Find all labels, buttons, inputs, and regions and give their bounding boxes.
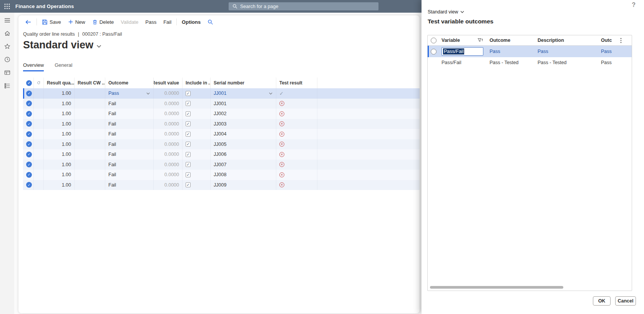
include-checkbox[interactable]: ✓ bbox=[183, 109, 211, 119]
result-cw-cell[interactable] bbox=[75, 170, 105, 180]
serial-number-cell[interactable]: JJ002 bbox=[211, 109, 276, 119]
row-select-checkbox[interactable]: ✓ bbox=[23, 160, 34, 170]
home-icon[interactable] bbox=[4, 30, 11, 37]
outcome-cell[interactable]: Fail bbox=[105, 170, 154, 180]
panel-select-radio[interactable] bbox=[428, 38, 438, 43]
tab-general[interactable]: General bbox=[55, 62, 72, 71]
include-checkbox[interactable]: ✓ bbox=[183, 149, 211, 160]
outcome-cell[interactable]: Fail bbox=[105, 99, 154, 109]
recent-clock-icon[interactable] bbox=[4, 56, 11, 63]
result-quantity-cell[interactable]: 1.00 bbox=[44, 160, 75, 170]
panel-variable-cell[interactable]: Pass/Fail bbox=[438, 60, 486, 65]
column-header-serial-number[interactable]: Serial number bbox=[211, 78, 276, 88]
workspaces-icon[interactable] bbox=[4, 69, 11, 76]
panel-description-cell[interactable]: Pass - Tested bbox=[534, 60, 598, 65]
include-checkbox[interactable]: ✓ bbox=[183, 99, 211, 109]
result-cw-cell[interactable] bbox=[75, 180, 105, 190]
result-quantity-cell[interactable]: 1.00 bbox=[44, 109, 75, 119]
include-checkbox[interactable]: ✓ bbox=[183, 119, 211, 129]
panel-row[interactable]: Pass/FailPass - TestedPass - TestedPass bbox=[428, 57, 632, 68]
grid-row[interactable]: ✓1.00Fail0.0000✓JJ003× bbox=[23, 119, 420, 129]
panel-column-description[interactable]: Description bbox=[534, 38, 598, 43]
grid-row[interactable]: ✓1.00Fail0.0000✓JJ009× bbox=[23, 180, 420, 190]
result-quantity-cell[interactable]: 1.00 bbox=[44, 180, 75, 190]
panel-variable-cell[interactable]: Pass/Fail bbox=[438, 47, 486, 56]
row-select-checkbox[interactable]: ✓ bbox=[23, 139, 34, 150]
panel-row[interactable]: Pass/FailPassPassPass bbox=[428, 46, 632, 57]
outcome-cell[interactable]: Pass bbox=[105, 88, 154, 99]
result-quantity-cell[interactable]: 1.00 bbox=[44, 99, 75, 109]
result-cw-cell[interactable] bbox=[75, 119, 105, 129]
grid-row[interactable]: ✓1.00Fail0.0000✓JJ006× bbox=[23, 149, 420, 160]
panel-outcome-cell[interactable]: Pass - Tested bbox=[486, 60, 534, 65]
refresh-icon[interactable] bbox=[34, 78, 44, 88]
save-button[interactable]: Save bbox=[38, 15, 65, 28]
panel-outcome-short-cell[interactable]: Pass bbox=[598, 49, 617, 54]
column-header-test-result[interactable]: Test result bbox=[276, 78, 317, 88]
result-quantity-cell[interactable]: 1.00 bbox=[44, 119, 75, 129]
grid-row[interactable]: ✓1.00Fail0.0000✓JJ005× bbox=[23, 139, 420, 150]
result-quantity-cell[interactable]: 1.00 bbox=[44, 139, 75, 150]
row-select-checkbox[interactable]: ✓ bbox=[23, 109, 34, 119]
favorites-star-icon[interactable] bbox=[4, 43, 11, 50]
panel-description-cell[interactable]: Pass bbox=[534, 49, 598, 54]
outcome-cell[interactable]: Fail bbox=[105, 180, 154, 190]
select-all-checkbox[interactable]: ✓ bbox=[23, 78, 34, 88]
grid-row[interactable]: ✓1.00Fail0.0000✓JJ004× bbox=[23, 129, 420, 139]
row-select-checkbox[interactable]: ✓ bbox=[23, 88, 34, 99]
row-select-checkbox[interactable]: ✓ bbox=[23, 170, 34, 180]
app-launcher-waffle-icon[interactable] bbox=[0, 0, 14, 13]
result-quantity-cell[interactable]: 1.00 bbox=[44, 170, 75, 180]
serial-number-cell[interactable]: JJ003 bbox=[211, 119, 276, 129]
tab-overview[interactable]: Overview bbox=[23, 62, 44, 71]
grid-row[interactable]: ✓1.00Fail0.0000✓JJ007× bbox=[23, 160, 420, 170]
global-search-input[interactable]: Search for a page bbox=[229, 2, 378, 10]
result-cw-cell[interactable] bbox=[75, 99, 105, 109]
row-select-checkbox[interactable]: ✓ bbox=[23, 129, 34, 139]
result-quantity-cell[interactable]: 1.00 bbox=[44, 149, 75, 160]
fail-button[interactable]: Fail bbox=[160, 15, 175, 28]
row-select-checkbox[interactable]: ✓ bbox=[23, 149, 34, 160]
panel-column-outcome[interactable]: Outcome bbox=[486, 38, 534, 43]
options-button[interactable]: Options bbox=[178, 15, 204, 28]
serial-number-cell[interactable]: JJ005 bbox=[211, 139, 276, 150]
ok-button[interactable]: OK bbox=[593, 296, 611, 306]
result-cw-cell[interactable] bbox=[75, 139, 105, 150]
row-select-checkbox[interactable]: ✓ bbox=[23, 180, 34, 190]
column-header-outcome[interactable]: Outcome bbox=[105, 78, 154, 88]
serial-number-cell[interactable]: JJ001 bbox=[211, 88, 276, 99]
grid-row[interactable]: ✓1.00Fail0.0000✓JJ001× bbox=[23, 99, 420, 109]
serial-number-cell[interactable]: JJ007 bbox=[211, 160, 276, 170]
grid-row[interactable]: ✓1.00Pass0.0000✓JJ001✓ bbox=[23, 88, 420, 99]
page-title[interactable]: Standard view bbox=[23, 39, 102, 51]
serial-number-cell[interactable]: JJ008 bbox=[211, 170, 276, 180]
include-checkbox[interactable]: ✓ bbox=[183, 129, 211, 139]
row-select-checkbox[interactable]: ✓ bbox=[23, 99, 34, 109]
menu-icon[interactable] bbox=[4, 17, 11, 24]
include-checkbox[interactable]: ✓ bbox=[183, 180, 211, 190]
include-checkbox[interactable]: ✓ bbox=[183, 170, 211, 180]
result-cw-cell[interactable] bbox=[75, 109, 105, 119]
breadcrumb-page[interactable]: Quality order line results bbox=[23, 31, 75, 37]
horizontal-scrollbar-thumb[interactable] bbox=[430, 286, 563, 289]
result-quantity-cell[interactable]: 1.00 bbox=[44, 129, 75, 139]
outcome-cell[interactable]: Fail bbox=[105, 119, 154, 129]
help-icon[interactable]: ? bbox=[632, 2, 636, 8]
serial-number-cell[interactable]: JJ001 bbox=[211, 99, 276, 109]
outcome-cell[interactable]: Fail bbox=[105, 160, 154, 170]
column-header-result-quantity[interactable]: Result qua... bbox=[44, 78, 75, 88]
cancel-button[interactable]: Cancel bbox=[615, 296, 636, 306]
variable-input[interactable]: Pass/Fail bbox=[442, 47, 483, 56]
serial-number-cell[interactable]: JJ009 bbox=[211, 180, 276, 190]
column-header-result-cw[interactable]: Result CW ... bbox=[75, 78, 105, 88]
result-cw-cell[interactable] bbox=[75, 160, 105, 170]
row-select-checkbox[interactable]: ✓ bbox=[23, 119, 34, 129]
result-quantity-cell[interactable]: 1.00 bbox=[44, 88, 75, 99]
panel-row-radio[interactable] bbox=[428, 49, 438, 55]
validate-button[interactable]: Validate bbox=[117, 15, 142, 28]
serial-number-cell[interactable]: JJ004 bbox=[211, 129, 276, 139]
panel-column-outcome-truncated[interactable]: Outc bbox=[598, 38, 617, 43]
column-header-result-value[interactable]: Result value bbox=[154, 78, 183, 88]
panel-outcome-short-cell[interactable]: Pass bbox=[598, 60, 617, 65]
new-button[interactable]: New bbox=[65, 15, 89, 28]
